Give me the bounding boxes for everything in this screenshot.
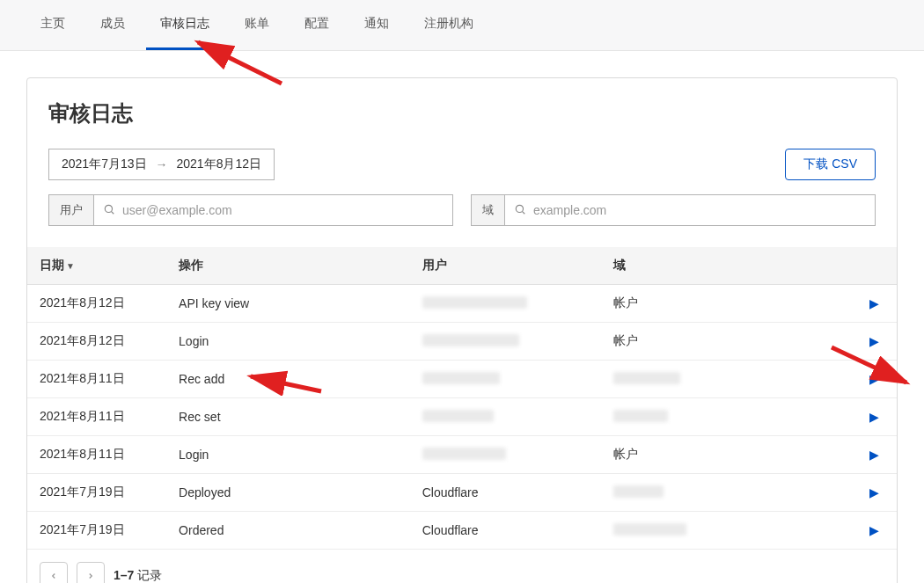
tab-billing[interactable]: 账单 <box>231 0 283 50</box>
cell-domain <box>601 512 845 550</box>
user-filter-label: 用户 <box>49 195 94 225</box>
cell-expand: ▶ <box>845 323 897 361</box>
domain-filter: 域 <box>471 194 876 226</box>
search-icon <box>514 203 526 218</box>
cell-user: Cloudflare <box>410 512 601 550</box>
cell-date: 2021年8月11日 <box>27 398 166 436</box>
cell-domain: 帐户 <box>601 323 845 361</box>
cell-user <box>410 323 601 361</box>
cell-domain <box>601 474 845 512</box>
expand-icon[interactable]: ▶ <box>869 523 879 537</box>
tab-home[interactable]: 主页 <box>26 0 79 50</box>
page-info: 1–7 记录 <box>114 568 162 583</box>
cell-expand: ▶ <box>845 512 897 550</box>
table-row: 2021年8月11日Login帐户▶ <box>27 436 897 474</box>
audit-log-table: 日期▼ 操作 用户 域 2021年8月12日API key view帐户▶202… <box>27 247 897 550</box>
table-row: 2021年8月12日Login帐户▶ <box>27 323 897 361</box>
expand-icon[interactable]: ▶ <box>869 448 879 462</box>
tab-notifications[interactable]: 通知 <box>350 0 403 50</box>
cell-expand: ▶ <box>845 285 897 323</box>
cell-expand: ▶ <box>845 436 897 474</box>
table-row: 2021年7月19日DeployedCloudflare▶ <box>27 474 897 512</box>
cell-user <box>410 436 601 474</box>
cell-date: 2021年7月19日 <box>27 474 166 512</box>
th-domain: 域 <box>601 247 845 285</box>
table-row: 2021年8月12日API key view帐户▶ <box>27 285 897 323</box>
th-date[interactable]: 日期▼ <box>27 247 166 285</box>
svg-line-1 <box>112 211 114 214</box>
arrow-right-icon: → <box>156 157 168 171</box>
expand-icon[interactable]: ▶ <box>869 410 879 424</box>
top-tabs: 主页 成员 审核日志 账单 配置 通知 注册机构 <box>0 0 924 51</box>
page-title: 审核日志 <box>48 99 876 128</box>
cell-expand: ▶ <box>845 474 897 512</box>
th-user: 用户 <box>410 247 601 285</box>
cell-user: Cloudflare <box>410 474 601 512</box>
download-csv-button[interactable]: 下载 CSV <box>785 149 876 180</box>
tab-members[interactable]: 成员 <box>86 0 139 50</box>
cell-date: 2021年8月11日 <box>27 436 166 474</box>
cell-date: 2021年8月11日 <box>27 361 166 398</box>
cell-domain: 帐户 <box>601 436 845 474</box>
cell-user <box>410 398 601 436</box>
expand-icon[interactable]: ▶ <box>869 372 879 386</box>
table-row: 2021年8月11日Rec set▶ <box>27 398 897 436</box>
cell-operation: Deployed <box>166 474 410 512</box>
pagination: 1–7 记录 <box>27 550 897 583</box>
user-filter-input[interactable] <box>122 196 444 224</box>
expand-icon[interactable]: ▶ <box>869 485 879 499</box>
date-range-picker[interactable]: 2021年7月13日 → 2021年8月12日 <box>48 149 275 180</box>
sort-desc-icon: ▼ <box>66 261 75 271</box>
audit-log-card: 审核日志 2021年7月13日 → 2021年8月12日 下载 CSV 用户 <box>26 77 898 583</box>
tab-audit-log[interactable]: 审核日志 <box>146 0 224 50</box>
prev-page-button[interactable] <box>40 562 68 583</box>
table-row: 2021年7月19日OrderedCloudflare▶ <box>27 512 897 550</box>
cell-date: 2021年8月12日 <box>27 323 166 361</box>
user-filter: 用户 <box>48 194 453 226</box>
cell-operation: Login <box>166 323 410 361</box>
cell-expand: ▶ <box>845 361 897 398</box>
domain-filter-label: 域 <box>472 195 505 225</box>
tab-registrar[interactable]: 注册机构 <box>410 0 488 50</box>
expand-icon[interactable]: ▶ <box>869 334 879 348</box>
date-to: 2021年8月12日 <box>177 157 262 172</box>
cell-operation: API key view <box>166 285 410 323</box>
svg-point-0 <box>105 205 112 212</box>
domain-filter-input[interactable] <box>533 196 866 224</box>
cell-domain: 帐户 <box>601 285 845 323</box>
cell-operation: Ordered <box>166 512 410 550</box>
cell-operation: Login <box>166 436 410 474</box>
cell-expand: ▶ <box>845 398 897 436</box>
search-icon <box>103 203 115 218</box>
svg-line-3 <box>523 211 525 214</box>
table-row: 2021年8月11日Rec add▶ <box>27 361 897 398</box>
tab-config[interactable]: 配置 <box>290 0 343 50</box>
th-operation: 操作 <box>166 247 410 285</box>
cell-domain <box>601 361 845 398</box>
cell-operation: Rec add <box>166 361 410 398</box>
cell-domain <box>601 398 845 436</box>
cell-user <box>410 285 601 323</box>
svg-point-2 <box>516 205 523 212</box>
date-from: 2021年7月13日 <box>62 157 147 172</box>
cell-date: 2021年8月12日 <box>27 285 166 323</box>
expand-icon[interactable]: ▶ <box>869 296 879 310</box>
cell-date: 2021年7月19日 <box>27 512 166 550</box>
next-page-button[interactable] <box>77 562 105 583</box>
cell-operation: Rec set <box>166 398 410 436</box>
cell-user <box>410 361 601 398</box>
